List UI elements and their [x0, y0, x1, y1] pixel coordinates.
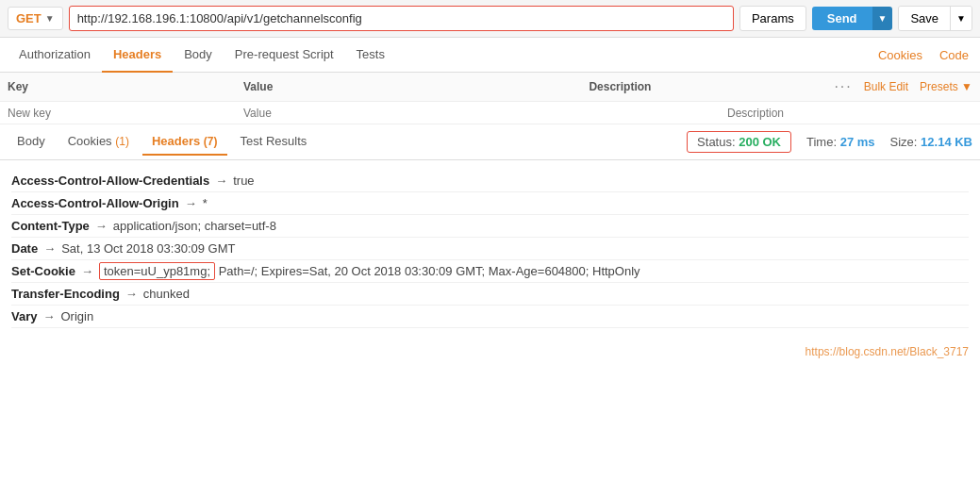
presets-dropdown[interactable]: Presets ▼ — [920, 80, 972, 93]
save-dropdown-button[interactable]: ▼ — [950, 7, 972, 30]
col-header-key: Key — [8, 80, 243, 93]
send-btn-group: Send ▼ — [812, 7, 893, 30]
header-row-1: Access-Control-Allow-Origin → * — [11, 192, 969, 215]
cookie-val-rest: Path=/; Expires=Sat, 20 Oct 2018 03:30:0… — [215, 264, 640, 278]
header-val-0: true — [233, 174, 254, 188]
header-row-6: Vary → Origin — [11, 306, 969, 328]
cookie-token: token=uU_yp81mg; — [99, 262, 215, 280]
header-row-0: Access-Control-Allow-Credentials → true — [11, 170, 969, 192]
tab-headers[interactable]: Headers — [102, 38, 173, 73]
header-row-3: Date → Sat, 13 Oct 2018 03:30:09 GMT — [11, 238, 969, 260]
tab-tests[interactable]: Tests — [345, 38, 396, 73]
col-header-value: Value — [243, 80, 589, 93]
cookies-badge: (1) — [115, 135, 129, 148]
time-value: 27 ms — [840, 135, 875, 149]
header-arrow-5: → — [125, 287, 138, 301]
req-tab-right-links: Cookies Code — [874, 39, 972, 72]
header-val-6: Origin — [60, 309, 93, 323]
tab-prerequest[interactable]: Pre-request Script — [224, 38, 345, 73]
header-row-2: Content-Type → application/json; charset… — [11, 215, 969, 238]
time-label: Time: — [806, 135, 837, 149]
header-arrow-0: → — [215, 174, 227, 188]
size-info: Size: 12.14 KB — [890, 135, 972, 149]
params-button[interactable]: Params — [739, 6, 806, 31]
resp-tab-cookies[interactable]: Cookies (1) — [58, 128, 139, 156]
header-key-4: Set-Cookie — [11, 264, 75, 278]
table-header-row: Key Value Description ··· Bulk Edit Pres… — [0, 73, 980, 102]
method-selector[interactable]: GET ▼ — [8, 7, 63, 30]
save-btn-group: Save ▼ — [898, 6, 972, 31]
header-arrow-1: → — [185, 196, 197, 210]
request-tabs: Authorization Headers Body Pre-request S… — [0, 38, 980, 73]
resp-tab-testresults[interactable]: Test Results — [231, 128, 317, 156]
col-header-description: Description — [589, 80, 834, 93]
size-label: Size: — [890, 135, 918, 149]
header-arrow-2: → — [95, 219, 108, 233]
new-key-input[interactable] — [8, 107, 243, 120]
time-info: Time: 27 ms — [806, 135, 875, 149]
resp-tab-headers[interactable]: Headers (7) — [142, 128, 227, 156]
response-headers-body: Access-Control-Allow-Credentials → true … — [0, 160, 980, 338]
response-status-bar: Status: 200 OK Time: 27 ms Size: 12.14 K… — [687, 131, 972, 153]
new-desc-cell — [727, 106, 972, 120]
header-key-5: Transfer-Encoding — [11, 287, 120, 301]
url-input[interactable] — [69, 6, 734, 31]
more-options-icon[interactable]: ··· — [834, 78, 852, 95]
header-key-0: Access-Control-Allow-Credentials — [11, 174, 209, 188]
header-row-4: Set-Cookie → token=uU_yp81mg; Path=/; Ex… — [11, 260, 969, 283]
method-value: GET — [16, 11, 42, 25]
send-dropdown-button[interactable]: ▼ — [872, 7, 893, 30]
header-arrow-3: → — [43, 241, 56, 256]
header-arrow-6: → — [42, 309, 55, 323]
header-val-1: * — [203, 196, 208, 210]
header-val-4: token=uU_yp81mg; Path=/; Expires=Sat, 20… — [99, 264, 640, 278]
size-value: 12.14 KB — [921, 135, 972, 149]
save-button[interactable]: Save — [899, 7, 950, 30]
header-key-3: Date — [11, 241, 38, 256]
watermark: https://blog.csdn.net/Black_3717 — [0, 338, 980, 366]
method-chevron: ▼ — [45, 13, 55, 24]
header-val-2: application/json; charset=utf-8 — [113, 219, 276, 233]
header-key-1: Access-Control-Allow-Origin — [11, 196, 179, 210]
headers-badge: (7) — [204, 135, 218, 148]
new-key-cell — [8, 106, 243, 120]
watermark-text: https://blog.csdn.net/Black_3717 — [806, 345, 969, 358]
resp-tab-body[interactable]: Body — [8, 128, 55, 156]
tab-authorization[interactable]: Authorization — [8, 38, 102, 73]
header-key-2: Content-Type — [11, 219, 90, 233]
response-tabs: Body Cookies (1) Headers (7) Test Result… — [0, 124, 980, 160]
new-value-cell — [243, 106, 727, 120]
cookies-link[interactable]: Cookies — [874, 39, 926, 72]
header-val-5: chunked — [143, 287, 190, 301]
code-link[interactable]: Code — [936, 39, 972, 72]
status-label: Status: — [697, 135, 735, 149]
tab-body[interactable]: Body — [173, 38, 224, 73]
status-value: 200 OK — [739, 135, 781, 149]
table-header-actions: ··· Bulk Edit Presets ▼ — [834, 78, 972, 95]
top-bar: GET ▼ Params Send ▼ Save ▼ — [0, 0, 980, 38]
header-arrow-4: → — [81, 264, 93, 278]
status-box: Status: 200 OK — [687, 131, 791, 153]
bulk-edit-button[interactable]: Bulk Edit — [864, 80, 908, 93]
header-val-3: Sat, 13 Oct 2018 03:30:09 GMT — [61, 241, 235, 256]
header-row-5: Transfer-Encoding → chunked — [11, 283, 969, 306]
send-button[interactable]: Send — [812, 7, 872, 30]
header-key-6: Vary — [11, 309, 37, 323]
new-desc-input[interactable] — [727, 107, 972, 120]
new-key-row — [0, 102, 980, 124]
new-value-input[interactable] — [243, 107, 727, 120]
